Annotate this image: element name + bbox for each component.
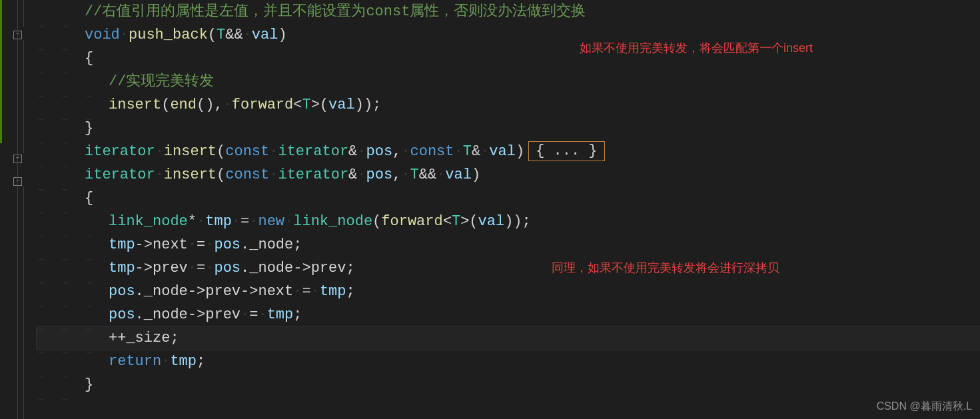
operator: &: [348, 143, 357, 160]
member: prev: [205, 306, 241, 323]
operator: *: [188, 213, 197, 230]
function-call: end: [170, 97, 197, 113]
variable: pos: [109, 283, 135, 300]
parameter: pos: [366, 167, 393, 183]
member: _node: [249, 236, 293, 253]
keyword: return: [109, 353, 161, 370]
code-line[interactable]: tmp->prev·=·pos._node->prev;: [37, 256, 980, 280]
code-area[interactable]: //右值引用的属性是左值，并且不能设置为const属性，否则没办法做到交换 vo…: [27, 0, 980, 419]
keyword: const: [225, 167, 269, 183]
fold-guide: [17, 0, 18, 419]
code-line[interactable]: //实现完美转发: [37, 70, 980, 93]
operator: &&: [419, 167, 436, 183]
code-line[interactable]: {: [37, 187, 980, 210]
fold-guide: [23, 40, 24, 153]
folded-code-box[interactable]: { ... }: [528, 141, 604, 161]
keyword: void: [85, 27, 120, 43]
function-call: forward: [381, 213, 442, 230]
parameter: pos: [366, 143, 393, 160]
operator: =: [241, 213, 249, 230]
member: prev: [311, 260, 346, 276]
operator: &: [472, 143, 480, 160]
fold-guide: [23, 187, 24, 419]
editor-gutter: − + −: [0, 0, 27, 419]
parameter: val: [328, 97, 355, 113]
type: iterator: [85, 167, 155, 183]
code-line[interactable]: tmp->next·=·pos._node;: [37, 233, 980, 256]
brace: {: [85, 190, 93, 207]
type: iterator: [278, 167, 348, 183]
code-line[interactable]: link_node*·tmp·=·new·link_node(forward<T…: [37, 210, 980, 233]
parameter: val: [252, 27, 278, 43]
code-line[interactable]: pos._node->prev·=·tmp;: [37, 303, 980, 326]
variable: _size: [126, 330, 170, 346]
code-editor: − + − //右值引用的属性是左值，并且不能设置为const属性，否则没办法做…: [0, 0, 980, 419]
comment-text: //实现完美转发: [109, 73, 214, 90]
member: next: [258, 283, 293, 300]
code-line[interactable]: void·push_back(T&&·val): [37, 23, 980, 47]
code-line[interactable]: {: [37, 47, 980, 70]
code-line[interactable]: }: [37, 373, 980, 396]
member: _node: [144, 306, 188, 323]
code-line[interactable]: }: [37, 117, 980, 140]
type: T: [463, 143, 472, 160]
type: iterator: [85, 143, 155, 160]
code-line[interactable]: iterator·insert(const·iterator&·pos,·T&&…: [37, 163, 980, 187]
operator: &: [348, 167, 357, 183]
operator: &&: [225, 27, 243, 43]
function-call: forward: [232, 97, 293, 113]
parameter: val: [478, 213, 505, 230]
variable: tmp: [109, 236, 135, 253]
code-line[interactable]: //右值引用的属性是左值，并且不能设置为const属性，否则没办法做到交换: [37, 0, 980, 23]
variable: pos: [109, 306, 135, 323]
annotation-text: 同理，如果不使用完美转发将会进行深拷贝: [552, 260, 779, 276]
member: prev: [205, 283, 241, 300]
type: T: [217, 27, 225, 43]
type: link_node: [293, 213, 372, 230]
variable: pos: [214, 236, 241, 253]
parameter: val: [445, 167, 472, 183]
annotation-text: 如果不使用完美转发，将会匹配第一个insert: [580, 40, 813, 56]
brace: {: [85, 50, 93, 67]
comment-text: //右值引用的属性是左值，并且不能设置为const属性，否则没办法做到交换: [85, 3, 586, 20]
member: _node: [144, 283, 188, 300]
modified-marker: [0, 0, 2, 143]
brace: }: [85, 120, 93, 137]
variable: tmp: [170, 353, 197, 370]
code-line-current[interactable]: ++_size;: [37, 326, 980, 350]
code-line[interactable]: iterator·insert(const·iterator&·pos,·con…: [37, 140, 980, 163]
brace: }: [85, 376, 93, 393]
variable: pos: [214, 260, 241, 276]
function-call: insert: [109, 97, 161, 113]
code-line[interactable]: return·tmp;: [37, 350, 980, 373]
variable: tmp: [320, 283, 346, 300]
type: iterator: [278, 143, 348, 160]
keyword: const: [225, 143, 269, 160]
watermark-text: CSDN @暮雨清秋.L: [877, 400, 972, 414]
fold-guide: [23, 0, 24, 27]
variable: tmp: [205, 213, 232, 230]
function-name: push_back: [129, 27, 208, 43]
member: next: [153, 236, 188, 253]
type: T: [452, 213, 460, 230]
type: link_node: [109, 213, 188, 230]
keyword: new: [258, 213, 284, 230]
type: T: [410, 167, 419, 183]
keyword: const: [410, 143, 454, 160]
type: T: [302, 97, 310, 113]
function-name: insert: [164, 143, 217, 160]
code-line[interactable]: insert(end(),·forward<T>(val));: [37, 93, 980, 117]
variable: tmp: [109, 260, 135, 276]
parameter: val: [489, 143, 516, 160]
member: prev: [153, 260, 188, 276]
code-line[interactable]: pos._node->prev->next·=·tmp;: [37, 280, 980, 303]
variable: tmp: [267, 306, 294, 323]
member: _node: [249, 260, 293, 276]
function-name: insert: [164, 167, 217, 183]
